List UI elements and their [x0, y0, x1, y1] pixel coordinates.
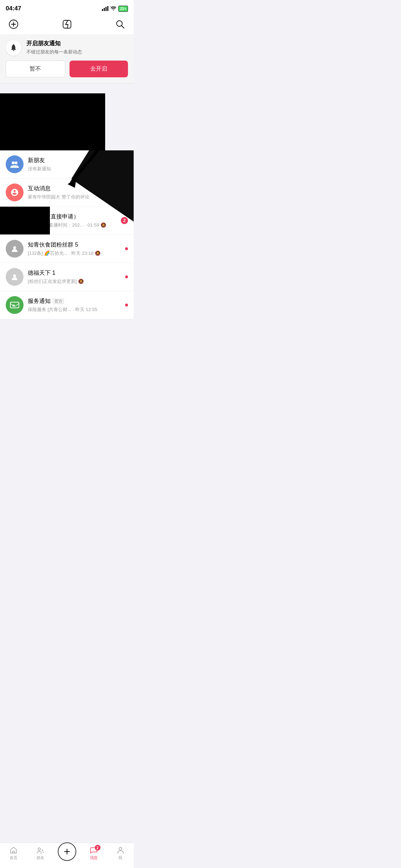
- notification-banner: 开启朋友通知 不错过朋友的每一条新动态 暂不 去开启: [0, 34, 134, 83]
- message-title: 新朋友: [28, 157, 123, 164]
- avatar: [6, 155, 24, 173]
- notification-subtitle: 不错过朋友的每一条新动态: [26, 49, 82, 55]
- svg-point-12: [15, 161, 17, 164]
- message-content: 德福天下 1 [粉丝们正在发起求更新] 🔕: [28, 269, 122, 285]
- video-thumbnail: [0, 93, 105, 150]
- message-content: 服务通知 官方 保险服务 [共青公财... · 昨天 12:55: [28, 298, 122, 313]
- svg-rect-3: [107, 6, 108, 11]
- message-title: 德福天下 1: [28, 269, 122, 277]
- list-item[interactable]: 德福天下 1 [粉丝们正在发起求更新] 🔕: [0, 263, 134, 291]
- message-preview: 保险服务 [共青公财... · 昨天 12:55: [28, 306, 122, 313]
- message-content: 新朋友 没有新通知: [28, 157, 123, 172]
- list-item[interactable]: 粉丝群（直接申请） [直播公告]直播时间：202... · 01:59 🔕 2: [0, 207, 134, 235]
- status-time: 04:47: [6, 5, 21, 12]
- svg-rect-1: [104, 8, 105, 11]
- message-preview: [粉丝们正在发起求更新] 🔕: [28, 278, 122, 285]
- message-preview: [132条] 🌈芯拾光... · 昨天 23:18 🔕: [28, 250, 122, 257]
- chevron-right-icon: ›: [126, 189, 128, 196]
- svg-point-15: [13, 274, 16, 277]
- battery-icon: 22+: [118, 6, 128, 12]
- svg-point-14: [13, 246, 16, 249]
- unread-dot: [125, 247, 128, 250]
- message-content: 知青伙食团粉丝群 5 [132条] 🌈芯拾光... · 昨天 23:18 🔕: [28, 241, 122, 257]
- avatar: [6, 184, 24, 201]
- message-meta: [125, 275, 128, 278]
- bell-icon: [6, 40, 21, 56]
- wifi-icon: [110, 6, 117, 11]
- official-badge: 官方: [53, 298, 64, 304]
- svg-rect-2: [106, 7, 107, 11]
- toolbar: [0, 14, 134, 34]
- search-button[interactable]: [114, 18, 127, 31]
- notification-title: 开启朋友通知: [26, 40, 82, 47]
- message-meta: [125, 304, 128, 306]
- notification-buttons: 暂不 去开启: [6, 61, 128, 77]
- message-preview: 家有中华田园犬 赞了你的评论: [28, 194, 123, 200]
- avatar: [6, 268, 24, 286]
- unread-dot: [125, 304, 128, 306]
- flash-button[interactable]: [61, 18, 73, 31]
- status-icons: 22+: [102, 6, 128, 12]
- svg-point-11: [12, 161, 15, 164]
- svg-rect-0: [102, 9, 103, 11]
- list-item[interactable]: 新朋友 没有新通知 ›: [0, 150, 134, 179]
- add-button[interactable]: [7, 18, 20, 31]
- notification-text: 开启朋友通知 不错过朋友的每一条新动态: [26, 40, 82, 55]
- list-item[interactable]: 互动消息 家有中华田园犬 赞了你的评论 ›: [0, 179, 134, 207]
- message-list: 新朋友 没有新通知 › 互动消息 家有中华田园犬 赞了你的评论: [0, 150, 134, 319]
- content-wrapper: 新朋友 没有新通知 › 互动消息 家有中华田园犬 赞了你的评论: [0, 83, 134, 319]
- message-meta: [125, 247, 128, 250]
- svg-line-9: [122, 26, 124, 28]
- avatar: [6, 240, 24, 258]
- svg-rect-10: [13, 50, 14, 51]
- signal-icon: [102, 6, 108, 11]
- decline-button[interactable]: 暂不: [6, 61, 65, 77]
- message-meta: 2: [121, 217, 128, 224]
- avatar: [6, 296, 24, 314]
- list-item[interactable]: 服务通知 官方 保险服务 [共青公财... · 昨天 12:55: [0, 291, 134, 319]
- message-preview: 没有新通知: [28, 166, 123, 172]
- chevron-right-icon: ›: [126, 161, 128, 167]
- status-bar: 04:47 22+: [0, 0, 134, 14]
- svg-rect-17: [12, 305, 15, 306]
- message-title: 互动消息: [28, 185, 123, 192]
- unread-dot: [125, 275, 128, 278]
- badge: 2: [121, 217, 128, 224]
- message-content: 互动消息 家有中华田园犬 赞了你的评论: [28, 185, 123, 200]
- message-title: 服务通知 官方: [28, 298, 122, 305]
- message-title: 知青伙食团粉丝群 5: [28, 241, 122, 249]
- accept-button[interactable]: 去开启: [70, 61, 128, 77]
- list-item[interactable]: 知青伙食团粉丝群 5 [132条] 🌈芯拾光... · 昨天 23:18 🔕: [0, 235, 134, 263]
